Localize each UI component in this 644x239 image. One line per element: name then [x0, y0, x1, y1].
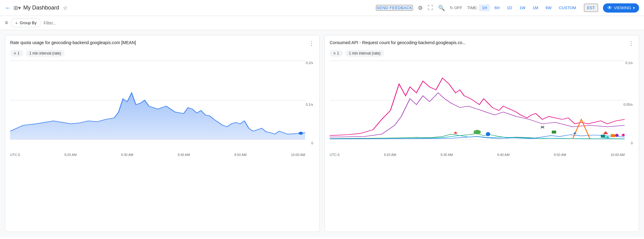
chart-title-2: Consumed API - Request count for geocodi… [330, 40, 628, 45]
header-left: ← ⊞▾ My Dashboard ☆ [5, 4, 373, 11]
time-button-1w[interactable]: 1W [516, 4, 528, 11]
eye-icon: 👁 [607, 5, 612, 11]
toolbar: ≡ + Group By [0, 16, 644, 30]
x-label-1000-1: 10:00 AM [291, 153, 305, 157]
chevron-down-icon: ▾ [633, 6, 635, 10]
y-axis-mid-1: 0.1/s [306, 103, 313, 106]
refresh-status: OFF [454, 6, 462, 10]
chart-tag-interval-label-2: 1 min interval (rate) [349, 51, 381, 55]
svg-marker-15 [603, 131, 608, 134]
x-label-940-2: 9:40 AM [497, 153, 510, 157]
time-button-custom[interactable]: CUSTOM [556, 4, 579, 11]
chart-tag-interval-2[interactable]: 1 min interval (rate) [345, 50, 384, 57]
header-center: SEND FEEDBACK ⚙ ⛶ 🔍 ↻ OFF TIME: 1H 6H 1D… [376, 3, 639, 13]
send-feedback-button[interactable]: SEND FEEDBACK [376, 5, 413, 11]
chart-header-2: Consumed API - Request count for geocodi… [330, 40, 634, 47]
group-by-label: Group By [20, 21, 36, 25]
filter-icon-2: ≡ [333, 51, 335, 55]
chart-tag-filter-count-2: 1 [337, 51, 339, 55]
x-label-950-2: 9:50 AM [554, 153, 566, 157]
chart-tag-interval-label-1: 1 min interval (rate) [29, 51, 61, 55]
viewing-button[interactable]: 👁 VIEWING ▾ [603, 3, 639, 13]
star-icon[interactable]: ☆ [63, 5, 68, 11]
refresh-icon: ↻ [450, 6, 453, 10]
time-button-1m[interactable]: 1M [530, 4, 541, 11]
chart-area-1: 0.2/s 0.1/s 0 [10, 60, 314, 152]
chart-svg-2: ★ + ✕ [330, 60, 625, 140]
x-label-940-1: 9:40 AM [178, 153, 190, 157]
svg-rect-14 [611, 134, 615, 137]
settings-icon[interactable]: ⚙ [418, 5, 423, 11]
chart-menu-button-1[interactable]: ⋮ [309, 40, 314, 47]
fullscreen-icon[interactable]: ⛶ [428, 5, 433, 11]
chart-area-2: 0.1/s 0.05/s 0 [330, 60, 634, 152]
filter-icon-1: ≡ [14, 51, 16, 55]
time-button-1h[interactable]: 1H [479, 4, 490, 11]
time-button-6w[interactable]: 6W [543, 4, 555, 11]
time-button-6h[interactable]: 6H [491, 4, 503, 11]
x-axis-1: UTC-5 9:20 AM 9:30 AM 9:40 AM 9:50 AM 10… [10, 152, 305, 157]
x-label-utc-2: UTC-5 [330, 153, 339, 157]
svg-rect-13 [601, 135, 605, 138]
filter-menu-icon[interactable]: ≡ [5, 20, 8, 26]
chart-menu-button-2[interactable]: ⋮ [628, 40, 634, 47]
x-label-920-1: 9:20 AM [64, 153, 77, 157]
y-axis-top-2: 0.1/s [625, 61, 633, 65]
y-axis-mid-2: 0.05/s [623, 103, 633, 106]
y-axis-top-1: 0.2/s [306, 61, 313, 65]
chart-tags-2: ≡ 1 1 min interval (rate) [330, 50, 634, 57]
chart-card-2: Consumed API - Request count for geocodi… [324, 35, 639, 232]
search-icon[interactable]: 🔍 [438, 5, 445, 11]
page-title: My Dashboard [23, 5, 59, 11]
chart-tag-filter-1[interactable]: ≡ 1 [10, 50, 23, 57]
time-label: TIME: [467, 6, 478, 10]
time-section: TIME: 1H 6H 1D 1W 1M 6W CUSTOM [467, 4, 579, 11]
chart-tags-1: ≡ 1 1 min interval (rate) [10, 50, 314, 57]
svg-marker-17 [621, 134, 625, 137]
dashboard-grid-icon[interactable]: ⊞▾ [13, 5, 21, 11]
header: ← ⊞▾ My Dashboard ☆ SEND FEEDBACK ⚙ ⛶ 🔍 … [0, 0, 644, 16]
chart-title-1: Rate quota usage for geocoding-backend.g… [10, 40, 309, 45]
main-content: Rate quota usage for geocoding-backend.g… [0, 30, 644, 237]
timezone-button[interactable]: EST [584, 4, 598, 12]
x-label-950-1: 9:50 AM [234, 153, 247, 157]
viewing-label: VIEWING [614, 6, 631, 10]
y-axis-bottom-2: 0 [631, 141, 633, 145]
svg-text:+: + [573, 130, 577, 135]
svg-point-9 [486, 132, 490, 136]
chart-tag-filter-count-1: 1 [17, 51, 20, 55]
x-label-1000-2: 10:00 AM [610, 153, 624, 157]
back-icon: ← [5, 4, 11, 11]
back-button[interactable]: ← [5, 4, 11, 11]
chart-svg-1 [10, 60, 305, 140]
group-by-button[interactable]: + Group By [11, 18, 41, 27]
chart-tag-interval-1[interactable]: 1 min interval (rate) [26, 50, 65, 57]
svg-text:✕: ✕ [540, 125, 545, 130]
x-label-930-2: 9:30 AM [441, 153, 453, 157]
x-label-930-1: 9:30 AM [121, 153, 133, 157]
chart-tag-filter-2[interactable]: ≡ 1 [330, 50, 343, 57]
svg-marker-18 [605, 136, 610, 138]
chart-header-1: Rate quota usage for geocoding-backend.g… [10, 40, 314, 47]
y-axis-bottom-1: 0 [311, 141, 313, 145]
time-button-1d[interactable]: 1D [504, 4, 515, 11]
chart-card-1: Rate quota usage for geocoding-backend.g… [5, 35, 320, 232]
svg-text:★: ★ [453, 131, 458, 135]
x-axis-2: UTC-5 9:20 AM 9:30 AM 9:40 AM 9:50 AM 10… [330, 152, 625, 157]
filter-input[interactable] [44, 21, 639, 25]
plus-icon: + [15, 20, 18, 25]
header-icons: ⚙ ⛶ 🔍 [418, 5, 445, 11]
x-label-920-2: 9:20 AM [384, 153, 396, 157]
svg-rect-12 [552, 131, 556, 134]
x-label-utc-1: UTC-5 [10, 153, 20, 157]
auto-refresh-toggle[interactable]: ↻ OFF [450, 6, 462, 10]
svg-point-3 [299, 132, 303, 135]
